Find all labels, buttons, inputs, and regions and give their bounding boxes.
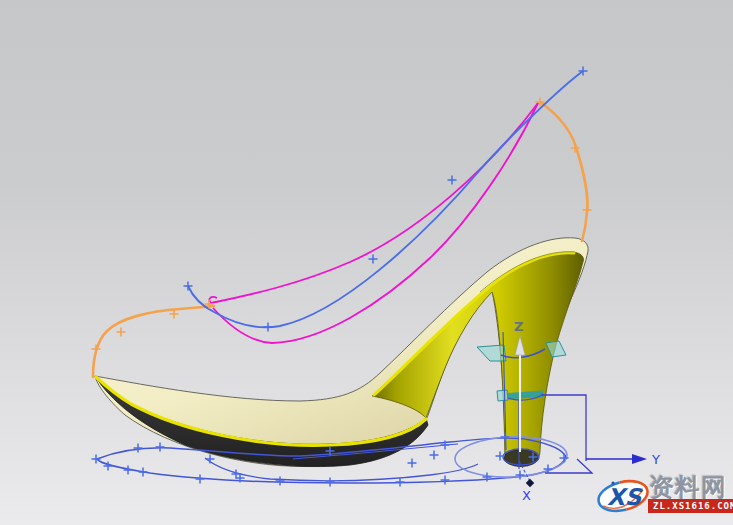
spline-point-cross[interactable] (92, 345, 101, 354)
z-axis-label: Z (514, 319, 523, 334)
watermark-site-url: ZL.XS1616.COM (648, 499, 733, 513)
spline-point-cross[interactable] (276, 477, 285, 486)
spline-point-cross[interactable] (441, 476, 450, 485)
cad-viewport[interactable]: Z Y X (0, 0, 733, 525)
shoe-model[interactable] (95, 238, 588, 467)
spline-point-cross[interactable] (369, 255, 378, 264)
spline-point-cross[interactable] (516, 471, 525, 480)
watermark-logo-badge: XS (595, 475, 651, 517)
spline-point-cross[interactable] (124, 466, 133, 475)
y-axis-label: Y (651, 452, 660, 467)
spline-point-cross[interactable] (156, 443, 165, 452)
y-axis-arrow (632, 454, 647, 464)
sketch-frame[interactable] (542, 395, 592, 473)
spline-point-cross[interactable] (408, 459, 417, 468)
spline-point-cross[interactable] (184, 282, 193, 291)
spline-point-cross[interactable] (117, 328, 126, 337)
spline-point-cross[interactable] (139, 468, 148, 477)
orange-back-curve[interactable] (540, 102, 587, 241)
spline-point-cross[interactable] (232, 470, 241, 479)
scene-svg: Z Y X (0, 0, 733, 525)
spline-point-cross[interactable] (448, 176, 457, 185)
datum-band-tab[interactable] (497, 390, 508, 401)
magenta-lower-curve[interactable] (213, 103, 538, 343)
spline-point-cross[interactable] (196, 475, 205, 484)
spline-point-cross[interactable] (206, 455, 215, 464)
spline-point-cross[interactable] (326, 478, 335, 487)
spline-point-cross[interactable] (134, 444, 143, 453)
watermark-logo-text: XS (607, 484, 643, 510)
x-axis-arrow (526, 479, 534, 487)
x-axis-label: X (522, 488, 531, 503)
orange-toe-curve[interactable] (93, 306, 214, 377)
spline-point-cross[interactable] (583, 206, 592, 215)
datum-plane-left[interactable] (477, 345, 506, 361)
spline-point-cross[interactable] (92, 455, 101, 464)
spline-point-cross[interactable] (264, 323, 273, 332)
spline-point-cross[interactable] (430, 451, 439, 460)
watermark: XS 资料网 ZL.XS1616.COM (595, 473, 733, 519)
